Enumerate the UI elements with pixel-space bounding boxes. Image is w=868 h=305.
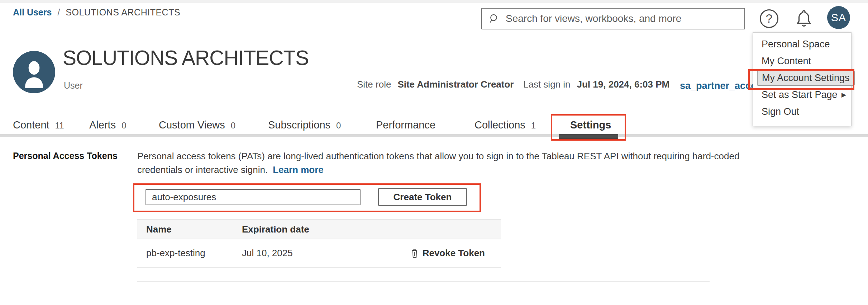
tab-label: Custom Views: [159, 119, 225, 131]
tab-performance[interactable]: Performance: [376, 119, 435, 131]
search-icon: [488, 12, 501, 25]
tab-count: 0: [231, 121, 235, 131]
user-dropdown-menu: Personal Space My Content My Account Set…: [753, 32, 852, 126]
tab-count: 0: [336, 121, 341, 131]
menu-item-personal-space[interactable]: Personal Space: [753, 36, 851, 53]
revoke-token-button[interactable]: Revoke Token: [410, 248, 501, 259]
token-expiration-cell: Jul 10, 2025: [242, 248, 410, 259]
token-name-cell: pb-exp-testing: [137, 248, 242, 259]
pat-section-heading: Personal Access Tokens: [13, 151, 118, 161]
tab-label: Collections: [474, 119, 525, 131]
menu-item-set-as-start-page[interactable]: Set as Start Page ▶: [753, 86, 851, 103]
tab-track: [0, 134, 868, 137]
menu-item-label: Sign Out: [762, 106, 799, 117]
tab-subscriptions[interactable]: Subscriptions 0: [268, 119, 341, 131]
revoke-token-label: Revoke Token: [423, 248, 485, 259]
submenu-arrow-icon: ▶: [841, 86, 846, 103]
profile-avatar: [13, 51, 55, 93]
page-title: SOLUTIONS ARCHITECTS: [63, 46, 309, 70]
menu-item-my-account-settings[interactable]: My Account Settings: [753, 70, 851, 86]
tab-alerts[interactable]: Alerts 0: [89, 119, 127, 131]
tab-settings[interactable]: Settings: [570, 119, 611, 131]
menu-item-label: My Content: [762, 56, 811, 66]
tab-count: 0: [121, 121, 126, 131]
menu-item-label: Set as Start Page: [762, 89, 838, 100]
user-avatar-button[interactable]: SA: [827, 6, 850, 29]
tab-count: 11: [55, 121, 64, 131]
last-sign-in: Last sign in Jul 19, 2024, 6:03 PM: [523, 79, 669, 90]
notifications-bell-icon[interactable]: [793, 8, 814, 29]
token-table-header: Name Expiration date: [137, 219, 501, 239]
site-role-label: Site role: [357, 79, 391, 90]
menu-item-sign-out[interactable]: Sign Out: [753, 103, 851, 120]
learn-more-link[interactable]: Learn more: [273, 164, 324, 175]
token-name-input[interactable]: [146, 189, 361, 205]
account-name-link[interactable]: sa_partner_accou: [680, 80, 763, 92]
tab-label: Alerts: [89, 119, 116, 131]
help-icon[interactable]: ?: [760, 9, 778, 28]
tab-label: Settings: [570, 119, 611, 131]
avatar-initials: SA: [831, 11, 846, 24]
search-box[interactable]: [481, 8, 745, 29]
trash-icon: [410, 248, 419, 258]
tab-label: Content: [13, 119, 49, 131]
menu-item-label: Personal Space: [762, 39, 830, 50]
tab-label: Performance: [376, 119, 435, 131]
active-tab-underline: [559, 134, 618, 139]
last-sign-in-label: Last sign in: [523, 79, 571, 90]
tab-custom-views[interactable]: Custom Views 0: [159, 119, 235, 131]
pat-description-line2: credentials or interactive signin.: [137, 164, 268, 175]
breadcrumb: All Users / SOLUTIONS ARCHITECTS: [13, 7, 180, 18]
tab-collections[interactable]: Collections 1: [474, 119, 536, 131]
breadcrumb-separator: /: [57, 7, 60, 18]
user-type-label: User: [64, 80, 83, 91]
tab-content[interactable]: Content 11: [13, 119, 64, 131]
site-role-value: Site Administrator Creator: [397, 79, 514, 90]
create-token-button[interactable]: Create Token: [378, 188, 467, 206]
breadcrumb-current: SOLUTIONS ARCHITECTS: [66, 7, 180, 18]
top-divider-strip: [0, 0, 868, 3]
menu-item-my-content[interactable]: My Content: [753, 53, 851, 70]
tab-label: Subscriptions: [268, 119, 330, 131]
highlighted-menu-item: My Account Settings: [757, 70, 855, 86]
tab-count: 1: [531, 121, 536, 131]
person-icon: [13, 51, 55, 93]
pat-description-line1: Personal access tokens (PATs) are long-l…: [137, 151, 739, 161]
breadcrumb-all-users-link[interactable]: All Users: [13, 7, 52, 18]
pat-description: Personal access tokens (PATs) are long-l…: [137, 149, 739, 177]
search-input[interactable]: [506, 13, 739, 24]
token-table: Name Expiration date pb-exp-testing Jul …: [137, 219, 501, 268]
column-header-name: Name: [137, 224, 242, 235]
column-header-expiration: Expiration date: [242, 224, 501, 235]
last-sign-in-value: Jul 19, 2024, 6:03 PM: [577, 79, 670, 90]
tableau-user-settings-page: All Users / SOLUTIONS ARCHITECTS ? SA SO…: [0, 0, 868, 305]
table-row: pb-exp-testing Jul 10, 2025 Revoke Token: [137, 239, 501, 268]
site-role: Site role Site Administrator Creator: [357, 79, 514, 90]
section-divider: [137, 281, 710, 282]
